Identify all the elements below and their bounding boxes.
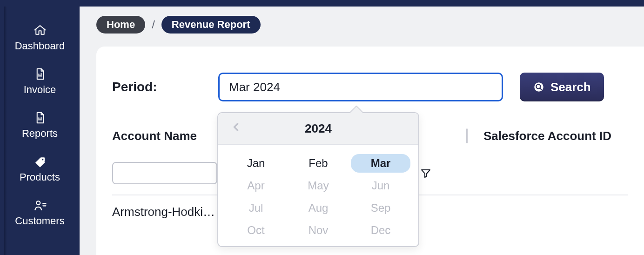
- column-salesforce-id[interactable]: Salesforce Account ID: [468, 129, 628, 143]
- breadcrumb: Home / Revenue Report: [96, 16, 644, 34]
- month-dec: Dec: [349, 221, 412, 240]
- sidebar-item-label: Reports: [22, 128, 58, 140]
- breadcrumb-separator: /: [152, 18, 155, 31]
- month-nov: Nov: [287, 221, 349, 240]
- customers-icon: [33, 198, 47, 212]
- month-sep: Sep: [349, 199, 412, 217]
- sidebar-item-label: Dashboard: [15, 40, 65, 52]
- month-mar[interactable]: Mar: [351, 154, 410, 173]
- month-grid: Jan Feb Mar Apr May Jun Jul Aug Sep Oct …: [218, 145, 418, 246]
- period-input[interactable]: [218, 73, 503, 101]
- breadcrumb-current[interactable]: Revenue Report: [161, 16, 261, 34]
- reports-icon: [33, 111, 47, 125]
- filter-account-name-input[interactable]: [112, 162, 217, 184]
- month-jan[interactable]: Jan: [225, 154, 287, 173]
- month-picker-year[interactable]: 2024: [305, 121, 332, 136]
- search-icon: [533, 81, 545, 93]
- invoice-icon: [33, 67, 47, 81]
- sidebar-item-products[interactable]: Products: [0, 148, 80, 192]
- products-icon: [33, 154, 47, 168]
- month-jul: Jul: [225, 199, 287, 217]
- sidebar-item-label: Invoice: [24, 84, 56, 96]
- month-oct: Oct: [225, 221, 287, 240]
- filter-icon[interactable]: [420, 168, 431, 179]
- breadcrumb-home[interactable]: Home: [96, 16, 145, 34]
- sidebar-item-reports[interactable]: Reports: [0, 104, 80, 148]
- search-button[interactable]: Search: [520, 73, 604, 101]
- month-picker-header: 2024: [218, 113, 418, 145]
- top-bar: [0, 0, 644, 7]
- period-label: Period:: [112, 80, 218, 94]
- month-feb[interactable]: Feb: [287, 154, 349, 173]
- svg-marker-5: [422, 170, 430, 177]
- month-picker: 2024 Jan Feb Mar Apr May Jun Jul Aug Sep…: [217, 112, 419, 247]
- chevron-left-icon: [229, 121, 242, 137]
- svg-point-2: [534, 82, 543, 92]
- month-may: May: [287, 176, 349, 195]
- sidebar-item-invoice[interactable]: Invoice: [0, 60, 80, 104]
- svg-point-0: [41, 159, 43, 161]
- svg-point-1: [36, 201, 40, 205]
- month-apr: Apr: [225, 176, 287, 195]
- month-picker-prev[interactable]: [228, 120, 244, 137]
- sidebar-item-label: Customers: [15, 215, 64, 227]
- search-button-label: Search: [550, 80, 591, 94]
- sidebar-item-label: Products: [20, 171, 60, 183]
- sidebar-item-customers[interactable]: Customers: [0, 192, 80, 235]
- month-aug: Aug: [287, 199, 349, 217]
- sidebar: Dashboard Invoice Reports Products Custo…: [0, 0, 80, 255]
- sidebar-item-dashboard[interactable]: Dashboard: [0, 17, 80, 60]
- home-icon: [33, 23, 47, 37]
- month-jun: Jun: [349, 176, 412, 195]
